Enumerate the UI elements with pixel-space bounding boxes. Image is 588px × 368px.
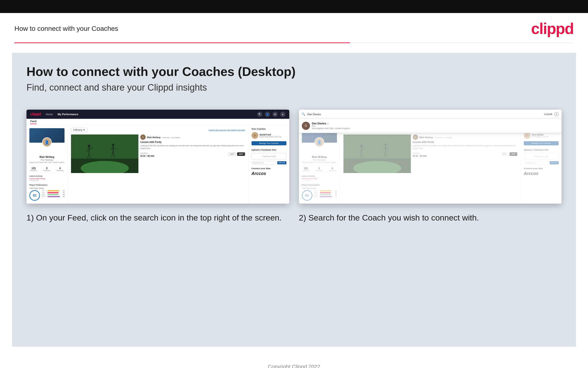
search-icon: 🔍 [302,112,306,116]
coach-card-avatar-2: D [524,132,530,139]
btn-app[interactable]: APP [237,152,245,156]
stat-followers: 3 Followers [43,167,50,171]
header-divider [14,42,574,43]
result-badge: Pro [312,125,350,127]
app-body-1: 👤 Blair McHarg Plus Handicap Royal North… [26,125,289,204]
bar-ott: OTT 90 [42,190,64,192]
user-icon-btn[interactable]: 👤 [265,111,270,117]
close-search-button[interactable]: ✕ [554,112,559,116]
search-input[interactable]: Dan Davies [307,113,543,116]
manage-coaches-btn[interactable]: Manage Your Coaches [252,141,286,145]
following-button[interactable]: Following ▼ [71,128,87,132]
lesson-title: Lesson with Fordy [140,141,245,143]
stat-following: 4 Following [56,167,63,171]
nav-icons-1: 🔍 👤 ⚙ ● [257,111,285,117]
lesson-card: B Blair McHarg · Yesterday · Sunningdale… [71,135,245,173]
lesson-desc: Looking to feel like my hands are exitin… [140,144,245,150]
following-row: Following ▼ Control who can see your act… [71,128,245,132]
screenshots-row: clippd Home My Performance 🔍 👤 ⚙ ● Feed [26,110,562,223]
activity-date: 03 Aug 2022 [29,180,64,182]
duration-row: Duration 01 hr : 30 min OTT APP [140,151,245,157]
screenshot-frame-1: clippd Home My Performance 🔍 👤 ⚙ ● Feed [26,110,289,204]
user-hero: 👤 [29,128,64,143]
lesson-coach-name: Blair McHarg [147,136,160,138]
user-handicap: Plus Handicap [29,159,64,161]
feed-tab-label[interactable]: Feed [30,120,37,124]
coach-card-name: David Ford [260,134,281,136]
add-link-btn[interactable]: Add Link [277,161,286,164]
coach-card: D David Ford Royal North Devon Golf Club [252,132,286,139]
stat-activities: 131 Activities [30,167,37,171]
duration-val: 01 hr : 30 min [140,155,154,157]
user-name: Blair McHarg [29,156,64,158]
main-content: How to connect with your Coaches (Deskto… [12,53,576,347]
connect-data-label: Connect your data [252,167,286,170]
trackman-section: Upload a Trackman Test Trackman Link Tra… [252,149,286,164]
coach-card-club-2: Sunningdale Golf Club [532,136,549,138]
result-avatar: D [302,122,310,130]
arccos-logo: Arccos [252,171,286,176]
screenshot-frame-2: 🔍 Dan Davies CLEAR ✕ D Dan Davies [299,110,562,204]
bar-arg: ARG 86 [42,194,64,195]
caption-2: 2) Search for the Coach you wish to conn… [299,212,562,223]
search-icon-btn[interactable]: 🔍 [257,111,262,117]
activity-name: Lesson with Fordy [29,178,64,180]
coaches-section-title: Your Coaches [252,128,286,130]
search-results: D Dan Davies ✓ Pro Sunningdale Golf Club… [299,119,562,133]
user-club: Royal North Devon Golf Club, United King… [29,161,64,163]
mid-panel-2: Following▼ Control who can see your acti… [340,125,521,204]
caption-1: 1) On your Feed, click on the search ico… [26,212,289,223]
duration-label: Duration [140,152,148,154]
clear-button[interactable]: CLEAR [544,113,553,115]
lesson-thumbnail [71,135,138,173]
profile-icon-btn[interactable]: ● [280,111,285,117]
score-circle: 92 [29,190,40,201]
app-body-2: 👤 Blair McHarg Plus Handicap Royal North… [299,125,562,204]
footer-text: Copyright Clippd 2022 [268,364,320,368]
score-circle-container: 92 OTT 90 APP [29,190,64,201]
trackman-input[interactable]: Trackman Link [252,161,277,164]
left-panel-1: 👤 Blair McHarg Plus Handicap Royal North… [26,125,67,204]
lesson-coach-date: Yesterday · Sunningdale [162,137,180,138]
coach-card-club: Royal North Devon Golf Club [260,136,281,138]
feed-tab-1: Feed [26,119,289,125]
search-result-item[interactable]: D Dan Davies ✓ Pro Sunningdale Golf Club… [301,121,560,131]
control-link[interactable]: Control who can see your activity and da… [209,129,245,131]
bar-app: APP 85 [42,192,64,193]
result-name: Dan Davies [312,122,326,125]
trackman-link-box: Trackman Link [252,153,286,160]
search-bar-overlay: 🔍 Dan Davies CLEAR ✕ [299,110,562,119]
main-heading: How to connect with your Coaches (Deskto… [26,65,562,79]
score-bars: OTT 90 APP 85 [42,190,64,198]
screenshot-block-1: clippd Home My Performance 🔍 👤 ⚙ ● Feed [26,110,289,223]
bar-putt: PUTT 96 [42,196,64,197]
nav-link-performance[interactable]: My Performance [58,113,78,116]
right-panel-2: Your Coaches D Dan Davies Sunningdale Go… [521,125,562,204]
perf-label: Player Performance [29,184,64,186]
svg-point-24 [384,144,387,146]
footer: Copyright Clippd 2022 [0,356,588,368]
avatar: 👤 [42,137,52,147]
svg-point-3 [88,145,90,147]
clippd-logo: clippd [531,20,574,37]
app-nav-1: clippd Home My Performance 🔍 👤 ⚙ ● [26,110,289,119]
result-club: Sunningdale Golf Club, United Kingdom [312,127,350,130]
settings-icon-btn[interactable]: ⚙ [272,111,278,117]
trackman-title: Upload a Trackman Test [252,149,286,151]
coach-card-name-2: Dan Davies [532,134,549,136]
action-btns: OTT APP [228,152,245,156]
btn-ott[interactable]: OTT [228,152,236,156]
trackman-input-row: Trackman Link Add Link [252,161,286,164]
svg-point-18 [360,145,363,147]
app-ui-2: 🔍 Dan Davies CLEAR ✕ D Dan Davies [299,110,562,204]
perf-total-label: Total Player Quality [29,187,64,189]
nav-link-home[interactable]: Home [46,113,53,116]
nav-logo-1: clippd [30,112,41,116]
screenshot-block-2: 🔍 Dan Davies CLEAR ✕ D Dan Davies [299,110,562,223]
user-stats: 131 Activities 3 Followers 4 Following [29,165,64,173]
top-bar [0,0,588,13]
main-subheading: Find, connect and share your Clippd insi… [26,83,562,93]
header: How to connect with your Coaches clippd [0,13,588,42]
coach-card-avatar: D [252,132,258,139]
verified-icon: ✓ [327,122,329,125]
